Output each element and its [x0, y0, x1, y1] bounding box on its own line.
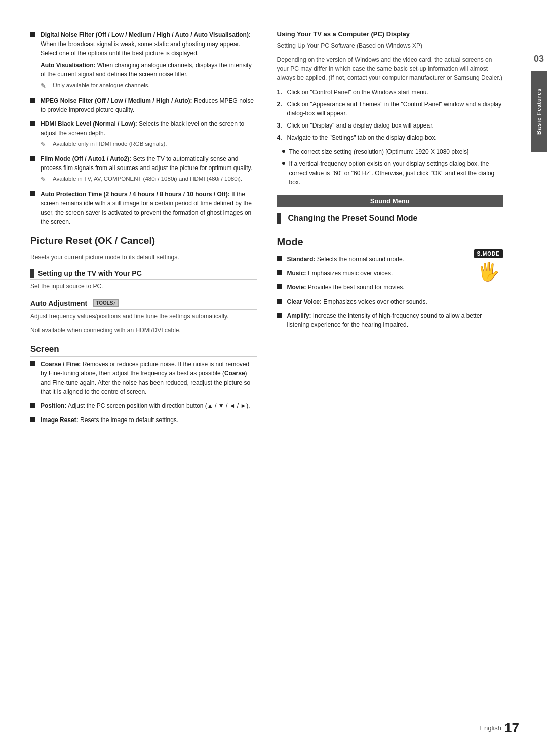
circle-bullet-icon [282, 150, 285, 153]
bullet-icon [30, 32, 35, 37]
bullet-content: Auto Protection Time (2 hours / 4 hours … [41, 190, 257, 226]
bullet-content: Music: Emphasizes music over voices. [287, 269, 469, 278]
item-text: Coarse / Fine: Removes or reduces pictur… [41, 361, 250, 395]
list-item: Coarse / Fine: Removes or reduces pictur… [30, 360, 257, 396]
pencil-icon: ✎ [41, 175, 50, 185]
mode-bullet-list: Standard: Selects the normal sound mode.… [277, 255, 503, 329]
step-text: Click on "Control Panel" on the Windows … [287, 88, 428, 97]
auto-adjustment-heading: Auto Adjustment TOOLS♪ [30, 299, 257, 310]
list-item: Auto Protection Time (2 hours / 4 hours … [30, 190, 257, 226]
bullet-content: Movie: Provides the best sound for movie… [287, 283, 503, 292]
item-text: Digital Noise Filter (Off / Low / Medium… [41, 31, 251, 57]
smode-hand-icon: 🖐 [474, 261, 503, 282]
sub-note-bold: Auto Visualisation: When changing analog… [41, 61, 257, 79]
sound-menu-banner: Sound Menu [277, 195, 503, 207]
list-item: HDMI Black Level (Normal / Low): Selects… [30, 119, 257, 150]
list-item: Digital Noise Filter (Off / Low / Medium… [30, 30, 257, 91]
chapter-label: Basic Features [531, 71, 547, 152]
bullet-icon [30, 121, 35, 126]
list-item: Standard: Selects the normal sound mode. [277, 255, 469, 264]
bullet-content: MPEG Noise Filter (Off / Low / Medium / … [41, 96, 257, 114]
item-text: Film Mode (Off / Auto1 / Auto2): Sets th… [41, 155, 252, 172]
step-num: 3. [277, 121, 287, 130]
preset-label: Changing the Preset Sound Mode [288, 214, 418, 223]
item-text: Auto Protection Time (2 hours / 4 hours … [41, 191, 252, 225]
list-item: Image Reset: Resets the image to default… [30, 415, 257, 425]
using-tv-heading: Using Your TV as a Computer (PC) Display [277, 30, 503, 38]
list-item: Clear Voice: Emphasizes voices over othe… [277, 297, 503, 306]
bullet-icon [30, 98, 35, 103]
bullet-content: Clear Voice: Emphasizes voices over othe… [287, 297, 503, 306]
item-text: Image Reset: Resets the image to default… [41, 416, 178, 424]
pc-desc: Depending on the version of Windows and … [277, 55, 503, 82]
smode-label: S.MODE [474, 249, 503, 258]
setting-up-heading: Setting up the TV with Your PC [30, 269, 257, 280]
tools-badge: TOOLS♪ [93, 299, 118, 307]
circle-item: The correct size setting (resolution) [O… [282, 147, 503, 156]
step-text: Click on "Display" and a display dialog … [287, 121, 434, 130]
smode-container: S.MODE 🖐 [474, 249, 503, 282]
footer-page-number: 17 [504, 720, 519, 736]
bullet-icon [277, 256, 282, 261]
bullet-content: Coarse / Fine: Removes or reduces pictur… [41, 360, 257, 396]
step-text: Click on "Appearance and Themes" in the … [287, 100, 503, 118]
bullet-content: Film Mode (Off / Auto1 / Auto2): Sets th… [41, 154, 257, 185]
footer-text: English [480, 724, 501, 732]
circle-item: If a vertical-frequency option exists on… [282, 159, 503, 187]
list-item: Music: Emphasizes music over voices. [277, 269, 469, 278]
circle-text: The correct size setting (resolution) [O… [289, 147, 469, 156]
screen-heading: Screen [30, 344, 257, 357]
auto-adj-text1: Adjust frequency values/positions and fi… [30, 312, 257, 321]
auto-adj-text2: Not available when connecting with an HD… [30, 326, 257, 335]
item-text: Music: Emphasizes music over voices. [287, 270, 393, 277]
list-item: Amplify: Increase the intensity of high-… [277, 311, 503, 329]
setting-up-label: Setting up the TV with Your PC [38, 269, 142, 277]
item-text: Movie: Provides the best sound for movie… [287, 284, 405, 291]
item-text: MPEG Noise Filter (Off / Low / Medium / … [41, 97, 254, 113]
bullet-content: Amplify: Increase the intensity of high-… [287, 311, 503, 329]
smode-button: S.MODE [474, 249, 503, 260]
auto-adj-label: Auto Adjustment [30, 299, 87, 307]
item-text: Clear Voice: Emphasizes voices over othe… [287, 298, 427, 305]
bullet-content: Standard: Selects the normal sound mode. [287, 255, 469, 264]
picture-reset-text: Resets your current picture mode to its … [30, 253, 257, 262]
item-text: Amplify: Increase the intensity of high-… [287, 312, 482, 328]
item-text: Position: Adjust the PC screen position … [41, 402, 250, 409]
circle-bullet-icon [282, 162, 285, 165]
step-num: 1. [277, 88, 287, 97]
bullet-content: HDMI Black Level (Normal / Low): Selects… [41, 119, 257, 150]
content-area: Digital Noise Filter (Off / Low / Medium… [0, 0, 531, 756]
step-num: 2. [277, 100, 287, 109]
black-bar-icon [277, 213, 281, 224]
note-text: Available in TV, AV, COMPONENT (480i / 1… [53, 175, 242, 183]
pc-steps-list: 1. Click on "Control Panel" on the Windo… [277, 88, 503, 142]
mode-heading: Mode [277, 236, 503, 250]
pencil-note: ✎ Only available for analogue channels. [41, 81, 257, 91]
picture-reset-heading: Picture Reset (OK / Cancel) [30, 235, 257, 249]
list-item: Film Mode (Off / Auto1 / Auto2): Sets th… [30, 154, 257, 185]
step-text: Navigate to the "Settings" tab on the di… [287, 133, 437, 142]
list-item: Position: Adjust the PC screen position … [30, 401, 257, 410]
changing-preset-section: Changing the Preset Sound Mode [277, 213, 503, 230]
top-bullet-list: Digital Noise Filter (Off / Low / Medium… [30, 30, 257, 226]
bullet-content: Image Reset: Resets the image to default… [41, 415, 257, 425]
list-item: 2. Click on "Appearance and Themes" in t… [277, 100, 503, 118]
item-text: Standard: Selects the normal sound mode. [287, 256, 404, 263]
list-item: 4. Navigate to the "Settings" tab on the… [277, 133, 503, 142]
bullet-content: Position: Adjust the PC screen position … [41, 401, 257, 410]
bullet-icon [30, 403, 35, 408]
screen-bullet-list: Coarse / Fine: Removes or reduces pictur… [30, 360, 257, 425]
chapter-number: 03 [531, 51, 547, 67]
list-item: Movie: Provides the best sound for movie… [277, 283, 503, 292]
footer: English 17 [480, 720, 519, 736]
bullet-icon [30, 156, 35, 161]
bullet-icon [277, 270, 282, 275]
left-column: Digital Noise Filter (Off / Low / Medium… [30, 30, 257, 726]
note-text: Available only in HDMI mode (RGB signals… [53, 140, 167, 148]
circle-text: If a vertical-frequency option exists on… [289, 159, 503, 187]
list-item: MPEG Noise Filter (Off / Low / Medium / … [30, 96, 257, 114]
pc-intro: Setting Up Your PC Software (Based on Wi… [277, 41, 503, 50]
bullet-content: Digital Noise Filter (Off / Low / Medium… [41, 30, 257, 91]
pencil-icon: ✎ [41, 140, 50, 150]
list-item: 1. Click on "Control Panel" on the Windo… [277, 88, 503, 97]
